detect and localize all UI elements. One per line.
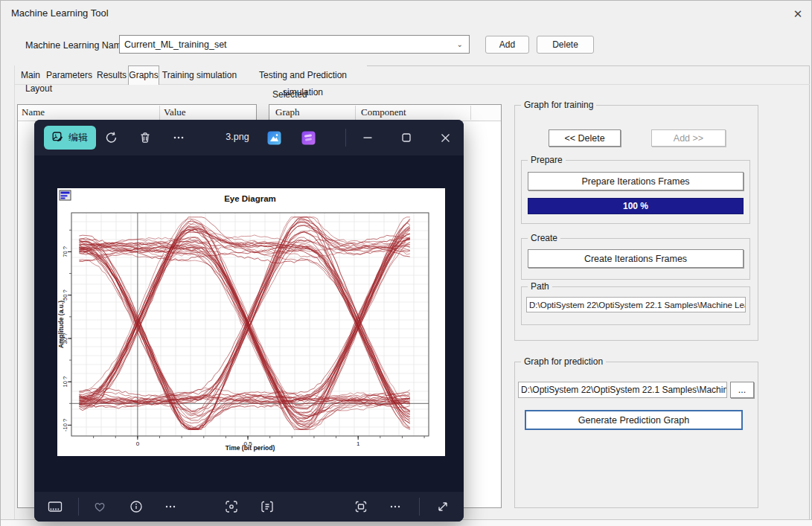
expand-icon[interactable]: [434, 498, 452, 516]
create-label: Create: [528, 233, 560, 243]
graph-for-training-group: Graph for training << Delete Add >> Prep…: [514, 105, 758, 341]
prepare-group: Prepare Prepare Iterations Frames 100 %: [521, 160, 750, 224]
selected-col-component: Component: [361, 106, 406, 118]
selected-list-header: Graph Component: [269, 105, 501, 121]
graph-for-training-label: Graph for training: [521, 100, 596, 110]
tab-main[interactable]: Main: [17, 67, 44, 84]
heart-icon[interactable]: [91, 498, 109, 516]
path-group: Path D:\OptiSystem 22\OptiSystem 22.1 Sa…: [521, 286, 750, 325]
svg-text:0: 0: [136, 440, 140, 447]
fit-screen-icon[interactable]: [352, 498, 370, 516]
add-button[interactable]: Add: [485, 36, 529, 54]
image-filename: 3.png: [223, 132, 252, 142]
photo-viewer-window: 编辑 3.png: [34, 120, 464, 522]
layout-label: Layout: [25, 83, 52, 94]
trash-icon[interactable]: [136, 129, 154, 147]
more-icon[interactable]: [162, 498, 179, 516]
tab-page-left-border: [14, 65, 15, 519]
browse-button[interactable]: ...: [730, 382, 754, 398]
selected-col-graph: Graph: [275, 106, 300, 118]
edit-button-label: 编辑: [68, 131, 88, 144]
create-iterations-frames-button[interactable]: Create Iterations Frames: [528, 249, 744, 268]
maximize-icon[interactable]: [391, 129, 421, 147]
page-title: Machine Learning Tool: [11, 7, 109, 19]
prediction-path-field[interactable]: D:\OptiSystem 22\OptiSystem 22.1 Samples…: [518, 382, 727, 398]
prepare-progress-bar: 100 %: [528, 198, 744, 214]
tab-results[interactable]: Results: [95, 67, 129, 84]
selected-label: Selected: [272, 89, 307, 100]
tab-training-simulation[interactable]: Training simulation: [159, 67, 240, 84]
graph-window-mini-icon: [60, 190, 71, 200]
generate-prediction-graph-button[interactable]: Generate Prediction Graph: [525, 410, 743, 430]
text-actions-icon[interactable]: [258, 498, 276, 516]
training-add-button[interactable]: Add >>: [651, 129, 726, 147]
more-icon[interactable]: [386, 498, 404, 516]
edit-image-icon: [52, 131, 64, 145]
training-path-field[interactable]: D:\OptiSystem 22\OptiSystem 22.1 Samples…: [526, 297, 746, 312]
svg-text:70 ?: 70 ?: [62, 246, 68, 257]
tab-graphs[interactable]: Graphs: [128, 65, 159, 85]
training-delete-button[interactable]: << Delete: [549, 129, 621, 147]
eye-diagram-title: Eye Diagram: [224, 194, 276, 203]
layout-list-header: Name Value: [18, 105, 256, 121]
rotate-icon[interactable]: [103, 129, 121, 147]
graph-for-prediction-group: Graph for prediction D:\OptiSystem 22\Op…: [514, 362, 758, 508]
create-group: Create Create Iterations Frames: [521, 238, 750, 280]
photo-viewer-toolbar: [34, 492, 464, 522]
photos-app-icon[interactable]: [266, 130, 281, 145]
edit-button[interactable]: 编辑: [44, 126, 96, 150]
path-label: Path: [528, 281, 552, 292]
svg-text:1: 1: [357, 440, 360, 447]
photo-viewer-titlebar: 编辑 3.png: [34, 120, 464, 155]
tab-testing-prediction-simulation[interactable]: Testing and Prediction simulation: [240, 67, 366, 84]
dialog-close-icon[interactable]: ✕: [788, 4, 808, 24]
ml-name-combobox[interactable]: Current_ML_training_set ⌄: [119, 35, 470, 54]
graph-for-prediction-label: Graph for prediction: [521, 356, 606, 367]
more-icon[interactable]: [170, 129, 188, 147]
eye-x-axis-label: Time (bit period): [226, 444, 275, 452]
svg-text:-10 ?: -10 ?: [62, 419, 68, 432]
minimize-icon[interactable]: [353, 129, 383, 147]
eye-y-axis-label: Amplitude (a.u.): [57, 301, 65, 348]
titlebar-divider: [345, 129, 346, 147]
chevron-down-icon[interactable]: ⌄: [451, 40, 469, 48]
eye-diagram-image: Eye Diagram 00.5170 ?50 ?30 ?10 ?-10 ? T…: [57, 188, 445, 456]
layout-col-value: Value: [164, 106, 186, 118]
ml-name-label: Machine Learning Name:: [25, 40, 130, 51]
machine-learning-tool-dialog: Machine Learning Tool ✕ Machine Learning…: [0, 0, 812, 526]
tab-page-right-border: [809, 65, 810, 519]
prepare-label: Prepare: [528, 155, 566, 165]
ml-name-value: Current_ML_training_set: [120, 39, 451, 50]
filmstrip-icon[interactable]: [45, 498, 65, 516]
delete-button[interactable]: Delete: [537, 36, 594, 54]
prepare-iterations-frames-button[interactable]: Prepare Iterations Frames: [528, 172, 744, 190]
layout-col-name: Name: [22, 106, 45, 118]
svg-text:50 ?: 50 ?: [62, 289, 68, 301]
svg-text:10 ?: 10 ?: [62, 376, 68, 388]
visual-search-icon[interactable]: [223, 498, 240, 516]
clipchamp-icon[interactable]: [301, 130, 316, 145]
tab-page-top-border: [367, 65, 809, 66]
tab-parameters[interactable]: Parameters: [44, 67, 95, 84]
close-icon[interactable]: [430, 129, 460, 147]
info-icon[interactable]: [127, 498, 145, 516]
